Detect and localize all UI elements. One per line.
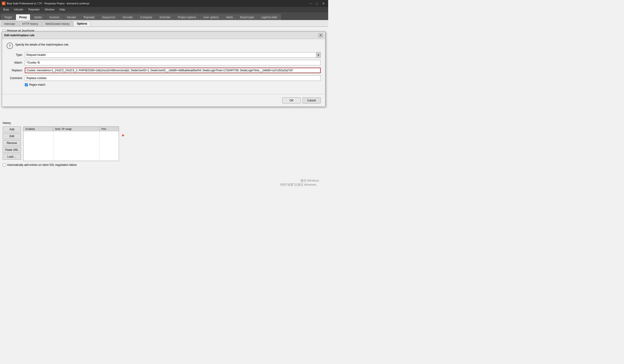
checkbox-bottom-row: Automatically add entries on client SSL …	[3, 163, 325, 167]
auto-add-label: Automatically add entries on client SSL …	[7, 163, 77, 167]
table-row	[24, 131, 119, 161]
type-label: Type:	[7, 53, 23, 56]
form-row-comment: Comment:	[7, 75, 321, 81]
history-text: history.	[3, 121, 325, 125]
table-buttons: Add Edit Remove Paste URL Load ...	[3, 126, 21, 160]
menu-window[interactable]: Window	[42, 7, 57, 12]
activate-watermark: 激活 Windows 转到"设置"以激活 Windows。	[280, 179, 319, 187]
form-row-match: Match:	[7, 60, 321, 65]
match-label: Match:	[7, 61, 23, 64]
dialog-help-text: Specify the details of the match/replace…	[15, 42, 69, 46]
cell-host	[53, 131, 100, 161]
tab-target[interactable]: Target	[1, 14, 15, 20]
menu-intruder[interactable]: Intruder	[12, 7, 26, 12]
minimize-button[interactable]: ─	[308, 1, 313, 6]
tab-intruder[interactable]: Intruder	[63, 14, 79, 20]
sub-tab-bar: Intercept HTTP history WebSockets histor…	[0, 20, 328, 27]
cell-enabled	[24, 131, 53, 161]
dialog-title: Edit match/replace rule	[4, 34, 34, 37]
menu-help[interactable]: Help	[57, 7, 67, 12]
type-select[interactable]: Request header Response header Request b…	[25, 52, 321, 58]
cancel-button[interactable]: Cancel	[302, 97, 321, 103]
tab-sequencer[interactable]: Sequencer	[99, 14, 119, 20]
tab-comparer[interactable]: Comparer	[137, 14, 156, 20]
dialog-close-button[interactable]: ✕	[318, 33, 323, 37]
auto-add-checkbox[interactable]	[3, 164, 6, 167]
tab-burpcrypto[interactable]: BurpCrypto	[237, 14, 258, 20]
main-tab-bar: Target Proxy Spider Scanner Intruder Rep…	[0, 12, 328, 20]
col-host-ip: Host / IP range	[53, 127, 100, 131]
comment-input[interactable]	[25, 75, 321, 81]
tab-options[interactable]: Options	[73, 21, 90, 26]
add-button[interactable]: Add	[3, 126, 21, 132]
regex-match-checkbox[interactable]	[25, 83, 28, 86]
tab-proxy[interactable]: Proxy	[16, 14, 30, 20]
paste-url-button[interactable]: Paste URL	[3, 147, 21, 153]
tab-decoder[interactable]: Decoder	[119, 14, 136, 20]
tab-captcha-killer[interactable]: captcha-killer	[258, 14, 281, 20]
lower-section: history. Add Edit Remove Paste URL Load …	[3, 121, 325, 167]
dialog-edit-match-replace: Edit match/replace rule ✕ ? Specify the …	[2, 31, 325, 107]
col-enabled: Enabled	[24, 127, 53, 131]
tab-alerts[interactable]: Alerts	[222, 14, 236, 20]
data-table-wrapper: Enabled Host / IP range Port	[23, 126, 119, 161]
ok-button[interactable]: OK	[282, 97, 301, 103]
title-bar-left: B Burp Suite Professional v1.7.37 - Temp…	[2, 1, 90, 5]
window-title: Burp Suite Professional v1.7.37 - Tempor…	[7, 2, 90, 5]
type-select-wrapper: Request header Response header Request b…	[25, 52, 321, 58]
ssl-table: Enabled Host / IP range Port	[24, 127, 119, 161]
tab-extender[interactable]: Extender	[156, 14, 174, 20]
remove-button[interactable]: Remove	[3, 140, 21, 146]
content-area: Remove all JavaScript Remove <object> ta…	[0, 27, 328, 191]
menu-repeater[interactable]: Repeater	[26, 7, 42, 12]
tab-scanner[interactable]: Scanner	[46, 14, 63, 20]
tab-spider[interactable]: Spider	[31, 14, 46, 20]
help-icon[interactable]: ?	[7, 43, 13, 49]
dialog-help-row: ? Specify the details of the match/repla…	[7, 42, 321, 49]
app-icon: B	[2, 1, 5, 5]
tab-repeater[interactable]: Repeater	[80, 14, 98, 20]
col-port: Port	[100, 127, 119, 131]
table-section: Add Edit Remove Paste URL Load ... Enabl…	[3, 126, 325, 161]
dialog-footer: OK Cancel	[2, 94, 325, 107]
match-input[interactable]	[25, 60, 321, 65]
replace-input[interactable]	[25, 68, 321, 73]
title-bar: B Burp Suite Professional v1.7.37 - Temp…	[0, 0, 328, 7]
load-button[interactable]: Load ...	[3, 154, 21, 160]
menu-bar: Burp Intruder Repeater Window Help	[0, 7, 328, 12]
tab-intercept[interactable]: Intercept	[1, 21, 19, 26]
tab-user-options[interactable]: User options	[200, 14, 222, 20]
right-arrow-icon: ▶	[122, 133, 125, 137]
close-button[interactable]: ✕	[320, 1, 326, 6]
dialog-body: ? Specify the details of the match/repla…	[2, 39, 325, 92]
cell-port	[100, 131, 119, 161]
title-bar-controls: ─ □ ✕	[308, 1, 326, 6]
maximize-button[interactable]: □	[314, 1, 320, 6]
replace-label: Replace:	[7, 69, 23, 72]
regex-match-row: Regex match	[7, 83, 321, 86]
tab-http-history[interactable]: HTTP history	[19, 21, 42, 26]
comment-label: Comment:	[7, 76, 23, 80]
form-row-type: Type: Request header Response header Req…	[7, 52, 321, 58]
menu-burp[interactable]: Burp	[1, 7, 11, 12]
edit-button[interactable]: Edit	[3, 133, 21, 139]
tab-project-options[interactable]: Project options	[175, 14, 199, 20]
form-row-replace: Replace:	[7, 68, 321, 73]
dialog-title-bar: Edit match/replace rule ✕	[2, 32, 325, 39]
tab-websockets-history[interactable]: WebSockets history	[42, 21, 73, 26]
regex-match-label: Regex match	[29, 83, 45, 86]
